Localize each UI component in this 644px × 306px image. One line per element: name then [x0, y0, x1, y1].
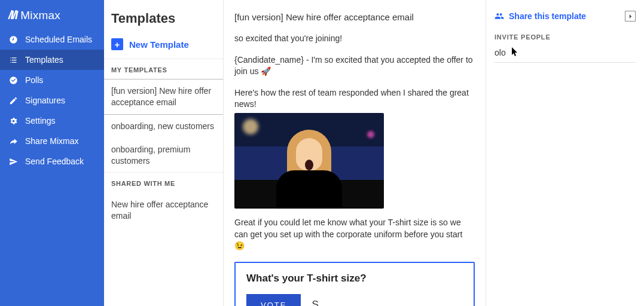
sidebar-item-scheduled-emails[interactable]: Scheduled Emails [0, 29, 104, 50]
sidebar-item-label: Settings [25, 116, 56, 126]
shared-section-label: SHARED WITH ME [104, 172, 223, 193]
template-paragraph[interactable]: {Candidate_name} - I'm so excited that y… [234, 54, 475, 78]
poll-question: What's your T-shirt size? [246, 273, 463, 284]
pencil-icon [8, 96, 18, 105]
template-paragraph[interactable]: so excited that you're joining! [234, 33, 475, 45]
invite-people-label: INVITE PEOPLE [495, 33, 636, 41]
sidebar-item-polls[interactable]: Polls [0, 70, 104, 90]
check-circle-icon [8, 75, 18, 85]
my-templates-section-label: MY TEMPLATES [104, 59, 223, 79]
chevron-right-icon [628, 14, 633, 19]
sidebar-item-label: Signatures [25, 96, 65, 105]
template-editor-body[interactable]: [fun version] New hire offer acceptance … [224, 0, 486, 306]
sidebar-item-label: Send Feedback [25, 157, 84, 166]
poll-option: S [312, 299, 318, 306]
sidebar-item-share-mixmax[interactable]: Share Mixmax [0, 131, 104, 151]
sidebar-item-send-feedback[interactable]: Send Feedback [0, 151, 104, 172]
sidebar: /I/I Mixmax Scheduled Emails Templates P… [0, 0, 104, 306]
collapse-panel-button[interactable] [625, 11, 636, 22]
template-item[interactable]: New hire offer acceptance email [104, 193, 223, 228]
my-templates-list: [fun version] New hire offer acceptance … [104, 79, 223, 172]
people-icon [495, 11, 504, 21]
gear-icon [8, 116, 18, 126]
share-template-label: Share this template [509, 11, 586, 21]
template-item[interactable]: onboarding, premium customers [104, 138, 223, 173]
shared-templates-list: New hire offer acceptance email [104, 193, 223, 228]
sidebar-item-label: Scheduled Emails [25, 35, 92, 44]
vote-button[interactable]: VOTE [246, 294, 301, 306]
template-subject[interactable]: [fun version] New hire offer acceptance … [234, 12, 475, 22]
poll-widget: What's your T-shirt size? VOTE S [234, 262, 475, 306]
sidebar-item-label: Templates [25, 55, 63, 65]
template-item[interactable]: [fun version] New hire offer acceptance … [104, 79, 223, 115]
plus-icon: + [111, 38, 123, 50]
share-icon [8, 136, 18, 146]
share-panel: Share this template INVITE PEOPLE [486, 0, 644, 306]
cursor-icon [511, 47, 520, 57]
logo: /I/I Mixmax [0, 8, 104, 29]
logo-mark-icon: /I/I [8, 8, 17, 22]
new-template-label: New Template [129, 39, 189, 50]
new-template-button[interactable]: + New Template [104, 35, 223, 59]
logo-text: Mixmax [20, 9, 60, 22]
template-paragraph[interactable]: Here's how the rest of team responded wh… [234, 87, 475, 111]
sidebar-item-label: Polls [25, 75, 43, 85]
list-icon [8, 55, 18, 65]
template-paragraph[interactable]: Great if you could let me know what your… [234, 217, 475, 252]
share-template-button[interactable]: Share this template [495, 11, 586, 21]
sidebar-item-settings[interactable]: Settings [0, 111, 104, 131]
send-icon [8, 157, 18, 166]
sidebar-item-label: Share Mixmax [25, 136, 78, 146]
sidebar-item-templates[interactable]: Templates [0, 50, 104, 70]
template-editor-panel: [fun version] New hire offer acceptance … [224, 0, 486, 306]
embedded-gif [234, 113, 384, 209]
clock-icon [8, 35, 18, 44]
page-title: Templates [104, 0, 223, 35]
sidebar-item-signatures[interactable]: Signatures [0, 90, 104, 111]
template-item[interactable]: onboarding, new customers [104, 115, 223, 138]
template-list-panel: Templates + New Template MY TEMPLATES [f… [104, 0, 224, 306]
